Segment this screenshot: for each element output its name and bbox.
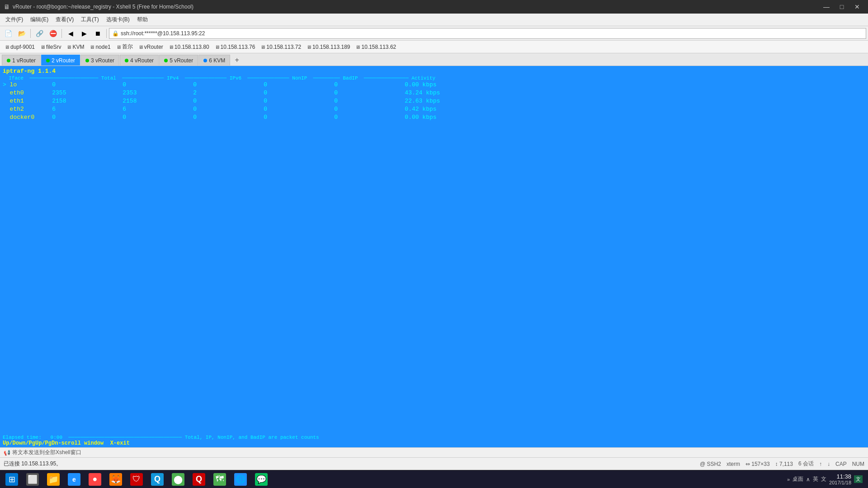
system-clock[interactable]: 11:38 2017/1/18	[829, 473, 851, 485]
quickbar-item-[interactable]: 🖥首尔	[114, 42, 135, 52]
connect-button[interactable]: 🔗	[33, 28, 46, 39]
upload-icon: ↑	[819, 461, 822, 467]
menu-item-[interactable]: 帮助	[133, 14, 151, 26]
browser1-button[interactable]: ●	[85, 471, 105, 488]
status-bar: 已连接 10.158.113.95。 @ SSH2 xterm ⇔ 157×33…	[0, 457, 868, 470]
ssh-indicator: @ SSH2	[700, 461, 721, 467]
session-count: 6 会话	[798, 460, 814, 468]
monitor-icon: 🖥	[215, 44, 220, 50]
quickbar-item-vrouter[interactable]: 🖥vRouter	[137, 43, 165, 51]
maximize-button[interactable]: □	[835, 1, 849, 12]
monitor-icon: 🖥	[5, 44, 9, 50]
map-button[interactable]: 🗺	[210, 471, 230, 488]
menu-item-e[interactable]: 编辑(E)	[27, 14, 52, 26]
language-icon[interactable]: 文	[854, 475, 863, 483]
quickbar-label: 10.158.113.80	[175, 44, 209, 50]
quickbar-label: 10.158.113.62	[361, 44, 396, 50]
quickbar-item-1015811372[interactable]: 🖥10.158.113.72	[259, 43, 303, 51]
input-method[interactable]: 英	[813, 475, 818, 483]
task-view-button[interactable]: ⬜	[23, 471, 42, 488]
toolbar-separator-2	[61, 29, 62, 38]
taskbar-right: » 桌面 ∧ 英 文 11:38 2017/1/18 文	[787, 473, 866, 485]
task-view-icon: ⬜	[26, 473, 39, 486]
firefox-button[interactable]: 🦊	[106, 471, 126, 488]
tab-label-6: 6 KVM	[209, 57, 225, 64]
disconnect-button[interactable]: ⛔	[47, 28, 59, 39]
quickbar-item-10158113189[interactable]: 🖥10.158.113.189	[305, 43, 352, 51]
quickbar-item-node1[interactable]: 🖥node1	[88, 43, 112, 51]
app-icon: 🖥	[4, 3, 10, 10]
titlebar-right: — □ ✕	[819, 1, 864, 12]
lock-icon: 🔒	[112, 30, 119, 37]
quickbar-item-filesrv[interactable]: 🖥fileSrv	[38, 43, 63, 51]
minimize-button[interactable]: —	[819, 1, 834, 12]
chrome-button[interactable]: ⬤	[168, 471, 188, 488]
titlebar-left: 🖥 vRouter - root@bogon:~/release_registr…	[4, 3, 193, 10]
tab-4[interactable]: 4 vRouter	[120, 55, 159, 66]
network-button[interactable]: 🌐	[231, 471, 250, 488]
tab-5[interactable]: 5 vRouter	[159, 55, 198, 66]
close-button[interactable]: ✕	[850, 1, 864, 12]
tab-6[interactable]: 6 KVM	[198, 55, 230, 66]
iface-name-1: eth0	[10, 89, 24, 96]
clock-date: 2017/1/18	[829, 480, 851, 485]
file-explorer-button[interactable]: 📁	[43, 471, 63, 488]
statusbar-left: 已连接 10.158.113.95。	[4, 460, 61, 468]
terminal-row-3: eth2 6 6 0 0 0 0.42 kbps	[3, 105, 865, 113]
monitor-icon: 🖥	[307, 44, 311, 50]
quickbar-label: vRouter	[144, 44, 163, 50]
qq1-icon: Q	[151, 473, 164, 486]
elapsed-text: Elapsed time: 0:00 ─────────────────────…	[3, 435, 865, 440]
quickbar-label: node1	[95, 44, 110, 50]
antivirus-button[interactable]: 🛡	[127, 471, 146, 488]
quickbar-item-1015811362[interactable]: 🖥10.158.113.62	[354, 43, 398, 51]
terminal[interactable]: iptraf-ng 1.1.4 Iface ──────────────────…	[0, 66, 868, 447]
quickbar-item-1015811380[interactable]: 🖥10.158.113.80	[167, 43, 211, 51]
tab-dot-4	[125, 59, 128, 62]
menu-item-t[interactable]: 工具(T)	[77, 14, 102, 26]
tab-2[interactable]: 2 vRouter	[41, 55, 80, 66]
start-button[interactable]: ⊞	[2, 471, 22, 488]
network-icon: 🌐	[234, 473, 247, 486]
window-title: vRouter - root@bogon:~/release_registry …	[13, 4, 193, 10]
desktop-label[interactable]: 桌面	[793, 475, 803, 483]
forward-button[interactable]: ▶	[78, 28, 90, 39]
qq1-button[interactable]: Q	[147, 471, 167, 488]
back-button[interactable]: ◀	[64, 28, 77, 39]
tab-label-2: 2 vRouter	[52, 57, 75, 64]
connection-status: 已连接 10.158.113.95。	[4, 460, 61, 468]
menu-item-f[interactable]: 文件(F)	[2, 14, 27, 26]
wechat-icon: 💬	[255, 473, 268, 486]
open-button[interactable]: 📂	[15, 28, 28, 39]
stop-button[interactable]: ⏹	[91, 28, 104, 39]
address-bar[interactable]: 🔒 ssh://root:******@10.158.113.95:22	[109, 28, 866, 39]
monitor-icon: 🖥	[116, 44, 121, 50]
antivirus-icon: 🛡	[130, 473, 143, 486]
broadcast-icon: 📢	[4, 450, 10, 456]
download-icon: ↓	[827, 461, 830, 467]
menu-item-b[interactable]: 选项卡(B)	[103, 14, 133, 26]
quickbar-item-dupf9001[interactable]: 🖥dupf-9001	[3, 43, 37, 51]
qq2-button[interactable]: Q	[189, 471, 209, 488]
tab-1[interactable]: 1 vRouter	[2, 55, 41, 66]
new-session-button[interactable]: 📄	[2, 28, 14, 39]
tab-label-3: 3 vRouter	[91, 57, 114, 64]
quickbar-item-1015811376[interactable]: 🖥10.158.113.76	[213, 43, 257, 51]
iface-name-3: eth2	[10, 106, 24, 113]
line-number: ↕ 7,113	[775, 461, 793, 467]
session-tabs: 1 vRouter2 vRouter3 vRouter4 vRouter5 vR…	[0, 53, 868, 66]
quickbar-item-kvm[interactable]: 🖥KVM	[65, 43, 86, 51]
toolbar-separator	[30, 29, 31, 38]
menu-item-v[interactable]: 查看(V)	[52, 14, 77, 26]
taskbar: ⊞ ⬜ 📁 e ● 🦊 🛡 Q ⬤ Q 🗺 🌐 💬 » 桌面 ∧ 英 文	[0, 470, 868, 488]
quickbar-label: KVM	[72, 44, 84, 50]
file-explorer-icon: 📁	[47, 473, 60, 486]
terminal-rows: > lo 0 0 0 0 0 0.00 kbps eth0 2355 2353 …	[3, 81, 865, 122]
wechat-button[interactable]: 💬	[251, 471, 271, 488]
tab-dot-2	[46, 59, 50, 62]
tab-3[interactable]: 3 vRouter	[80, 55, 119, 66]
add-tab-button[interactable]: +	[231, 55, 242, 66]
lang-icon[interactable]: 文	[821, 475, 826, 483]
ie-button[interactable]: e	[64, 471, 84, 488]
toolbar: 📄 📂 🔗 ⛔ ◀ ▶ ⏹ 🔒 ssh://root:******@10.158…	[0, 26, 868, 41]
